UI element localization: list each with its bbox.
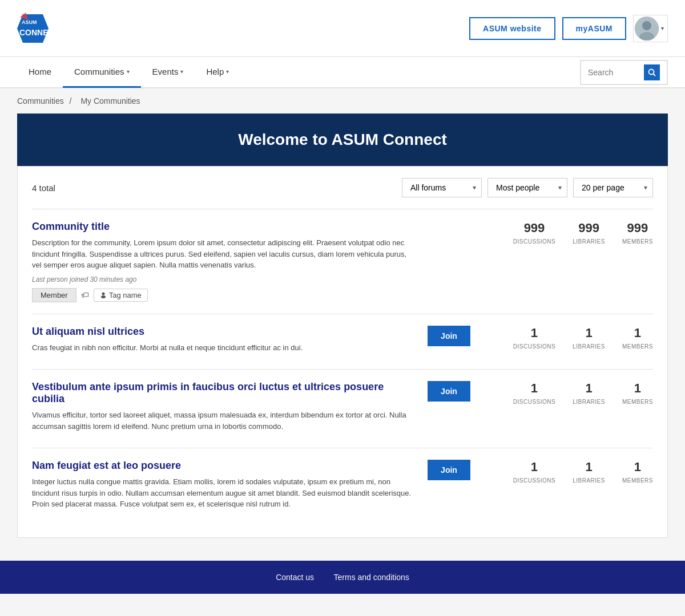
nav-help[interactable]: Help ▾: [195, 56, 240, 88]
asum-website-button[interactable]: ASUM website: [469, 17, 555, 40]
community-info-3: Nam feugiat est at leo posuereInteger lu…: [32, 460, 413, 514]
community-description: Description for the community, Lorem ips…: [32, 237, 413, 271]
community-title[interactable]: Ut aliquam nisl ultrices: [32, 326, 413, 338]
nav-events[interactable]: Events ▾: [141, 56, 195, 88]
events-chevron-icon: ▾: [180, 68, 183, 75]
community-title[interactable]: Vestibulum ante ipsum primis in faucibus…: [32, 381, 413, 405]
community-title[interactable]: Nam feugiat est at leo posuere: [32, 460, 413, 472]
community-actions: Join: [425, 381, 470, 402]
filters-right: All forums Most people 20 per page: [402, 178, 653, 197]
discussions-stat-value: 1: [513, 460, 555, 475]
libraries-stat: 1LIBRARIES: [573, 326, 605, 351]
header: ASUM CONNECT ASUM website myASUM ▾: [0, 0, 685, 57]
members-stat: 1MEMBERS: [622, 460, 653, 485]
footer: Contact us Terms and conditions: [0, 561, 685, 594]
community-description: Vivamus efficitur, tortor sed laoreet al…: [32, 410, 413, 432]
svg-point-5: [642, 21, 651, 30]
breadcrumb-separator: /: [70, 96, 74, 106]
search-box[interactable]: [580, 60, 668, 85]
footer-terms-link[interactable]: Terms and conditions: [334, 573, 409, 582]
help-chevron-icon: ▾: [226, 68, 229, 75]
members-stat: 1MEMBERS: [622, 326, 653, 351]
main-nav: Home Communities ▾ Events ▾ Help ▾: [0, 57, 685, 88]
nav-items: Home Communities ▾ Events ▾ Help ▾: [17, 56, 580, 88]
user-avatar-menu[interactable]: ▾: [633, 15, 668, 42]
community-meta: Last person joined 30 minutes ago: [32, 275, 413, 283]
libraries-stat-label: LIBRARIES: [573, 399, 605, 405]
logo-icon: ASUM CONNECT: [17, 11, 49, 46]
discussions-stat-value: 1: [513, 381, 555, 396]
sort-filter[interactable]: Most people: [487, 178, 567, 197]
sort-filter-wrapper: Most people: [487, 178, 567, 197]
libraries-stat-label: LIBRARIES: [573, 238, 605, 245]
members-stat: 999MEMBERS: [622, 221, 653, 246]
svg-text:CONNECT: CONNECT: [19, 28, 49, 37]
nav-home[interactable]: Home: [17, 56, 63, 88]
community-info-2: Vestibulum ante ipsum primis in faucibus…: [32, 381, 413, 436]
discussions-stat: 1DISCUSSIONS: [513, 381, 555, 406]
discussions-stat: 999DISCUSSIONS: [513, 221, 555, 246]
discussions-stat-value: 999: [513, 221, 555, 236]
discussions-stat-label: DISCUSSIONS: [513, 477, 555, 484]
members-stat-value: 1: [622, 460, 653, 475]
tag-icon: 🏷: [81, 290, 89, 299]
members-stat-value: 1: [622, 326, 653, 341]
communities-chevron-icon: ▾: [127, 68, 130, 75]
discussions-stat-label: DISCUSSIONS: [513, 238, 555, 245]
community-item: Community titleDescription for the commu…: [32, 209, 653, 314]
libraries-stat: 999LIBRARIES: [573, 221, 605, 246]
libraries-stat: 1LIBRARIES: [573, 381, 605, 406]
community-item: Vestibulum ante ipsum primis in faucibus…: [32, 369, 653, 448]
nav-help-label: Help: [206, 67, 224, 76]
members-stat-value: 1: [622, 381, 653, 396]
community-description: Integer luctus nulla congue mattis gravi…: [32, 476, 413, 510]
community-stats: 1DISCUSSIONS1LIBRARIES1MEMBERS: [482, 381, 653, 406]
community-actions: Join: [425, 326, 470, 346]
footer-contact-link[interactable]: Contact us: [276, 573, 314, 582]
member-badge: Member: [32, 288, 76, 302]
welcome-banner: Welcome to ASUM Connect: [17, 114, 668, 166]
discussions-stat-label: DISCUSSIONS: [513, 399, 555, 405]
welcome-title: Welcome to ASUM Connect: [29, 131, 656, 149]
svg-line-8: [654, 74, 656, 76]
svg-point-9: [102, 293, 104, 295]
libraries-stat-value: 999: [573, 221, 605, 236]
breadcrumb: Communities / My Communities: [0, 88, 685, 114]
libraries-stat-label: LIBRARIES: [573, 477, 605, 484]
libraries-stat-value: 1: [573, 460, 605, 475]
join-button[interactable]: Join: [428, 381, 470, 402]
community-description: Cras feugiat in nibh non efficitur. Morb…: [32, 342, 413, 354]
avatar: [635, 17, 659, 40]
avatar-chevron-icon: ▾: [661, 25, 664, 31]
filters-row: 4 total All forums Most people 20 per pa…: [32, 178, 653, 197]
myasum-button[interactable]: myASUM: [562, 17, 626, 40]
join-button[interactable]: Join: [428, 326, 470, 346]
svg-point-7: [649, 69, 654, 74]
breadcrumb-communities[interactable]: Communities: [17, 96, 64, 106]
libraries-stat: 1LIBRARIES: [573, 460, 605, 485]
main-content: 4 total All forums Most people 20 per pa…: [17, 166, 668, 538]
forum-filter-wrapper: All forums: [402, 178, 482, 197]
community-stats: 1DISCUSSIONS1LIBRARIES1MEMBERS: [482, 460, 653, 485]
community-actions: Join: [425, 460, 470, 480]
members-stat-value: 999: [622, 221, 653, 236]
logo[interactable]: ASUM CONNECT: [17, 11, 49, 46]
search-input[interactable]: [588, 68, 639, 77]
search-button[interactable]: [644, 64, 660, 80]
tag-badge: Tag name: [94, 289, 148, 302]
svg-text:ASUM: ASUM: [22, 19, 37, 25]
community-info-1: Ut aliquam nisl ultricesCras feugiat in …: [32, 326, 413, 358]
forum-filter[interactable]: All forums: [402, 178, 482, 197]
nav-home-label: Home: [29, 67, 51, 76]
discussions-stat: 1DISCUSSIONS: [513, 460, 555, 485]
discussions-stat-label: DISCUSSIONS: [513, 343, 555, 350]
community-title[interactable]: Community title: [32, 221, 413, 233]
breadcrumb-my-communities: My Communities: [80, 96, 140, 106]
svg-point-10: [101, 295, 106, 298]
nav-communities[interactable]: Communities ▾: [63, 56, 141, 88]
members-stat-label: MEMBERS: [622, 477, 653, 484]
join-button[interactable]: Join: [428, 460, 470, 480]
perpage-filter[interactable]: 20 per page: [573, 178, 653, 197]
community-tags-row: Member🏷 Tag name: [32, 288, 413, 302]
nav-communities-label: Communities: [74, 67, 124, 76]
